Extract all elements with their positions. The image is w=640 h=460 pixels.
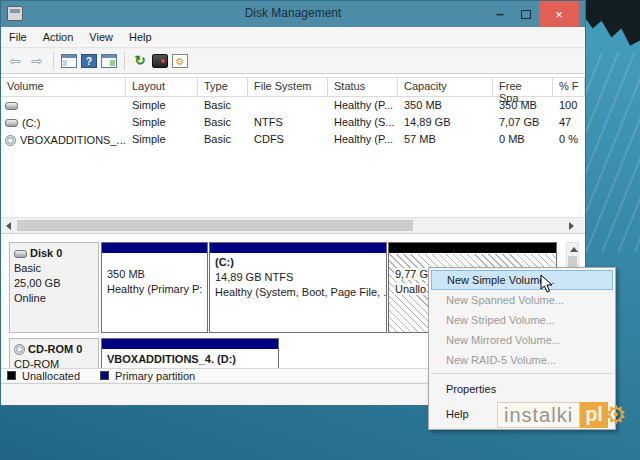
menu-item-properties[interactable]: Properties [429,377,615,401]
back-button[interactable]: ⇦ [6,53,24,69]
primary-partition-bar [210,243,386,254]
partition-c[interactable]: (C:) 14,89 GB NTFS Healthy (System, Boot… [209,242,387,333]
watermark: instalki pl ⚙ [497,402,626,428]
menu-item-new-spanned-volume: New Spanned Volume... [429,290,615,310]
disk0-status: Online [14,291,94,306]
menu-item-new-simple-volume[interactable]: New Simple Volume... [431,270,613,290]
partition-status: Healthy (Primary P: [107,282,207,297]
column-percent-free[interactable]: % F [553,78,585,96]
refresh-button[interactable]: ↻ [132,54,148,68]
scroll-up-icon[interactable] [570,247,578,252]
toolbar-separator [53,52,54,70]
disk0-name: Disk 0 [30,246,62,261]
menu-view[interactable]: View [81,27,121,48]
column-file-system[interactable]: File System [248,78,328,96]
scrollbar-thumb[interactable] [17,220,413,231]
cell-capacity: 14,89 GB [398,114,493,131]
wallpaper-cliff [585,0,640,52]
partition-system-reserved[interactable]: 350 MB Healthy (Primary P: [101,242,208,333]
cell-layout: Simple [126,97,198,114]
scroll-left-icon[interactable] [6,222,11,230]
cdrom0-name: CD-ROM 0 [28,342,82,357]
cell-percent-free: 100 [553,97,585,114]
cd-icon [5,135,16,146]
cell-status: Healthy (P... [328,131,398,148]
drive-icon [5,119,18,127]
scroll-right-icon[interactable] [569,222,574,230]
column-free-space[interactable]: Free Spa... [493,78,553,96]
partition-size: 350 MB [107,267,207,282]
column-layout[interactable]: Layout [126,78,198,96]
cell-free-space: 7,07 GB [493,114,553,131]
maximize-button[interactable] [515,1,537,27]
menu-item-new-striped-volume: New Striped Volume... [429,310,615,330]
cd-icon [14,344,25,355]
cell-file-system [248,97,328,114]
menu-item-new-raid5-volume: New RAID-5 Volume... [429,350,615,370]
menu-help[interactable]: Help [121,27,160,48]
cell-status: Healthy (S... [328,114,398,131]
action-pane-button[interactable] [101,54,117,68]
partition-title: (C:) [215,255,386,270]
cell-free-space: 0 MB [493,131,553,148]
drive-icon [5,102,18,110]
disk0-kind: Basic [14,261,94,276]
partition-status: Healthy (System, Boot, Page File, . [215,285,386,300]
cell-free-space: 350 MB [493,97,553,114]
volume-table-header: Volume Layout Type File System Status Ca… [1,77,585,97]
help-button[interactable]: ? [81,54,97,68]
minimize-button[interactable]: – [489,1,511,27]
cell-type: Basic [198,114,248,131]
menu-item-new-mirrored-volume: New Mirrored Volume... [429,330,615,350]
menu-action[interactable]: Action [35,27,82,48]
legend-unallocated-label: Unallocated [22,370,80,382]
properties-button[interactable] [152,54,168,68]
horizontal-scrollbar[interactable] [1,217,585,232]
cell-percent-free: 47 [553,114,585,131]
cdrom0-label[interactable]: CD-ROM 0 CD-ROM [9,338,99,368]
console-tree-button[interactable] [61,54,77,68]
cell-type: Basic [198,131,248,148]
column-volume[interactable]: Volume [1,78,126,96]
watermark-text: instalki [497,402,580,428]
table-row[interactable]: (C:) Simple Basic NTFS Healthy (S... 14,… [1,114,585,131]
menu-bar: File Action View Help [1,27,585,48]
rescan-disks-button[interactable]: ⚙ [172,54,188,68]
cell-status: Healthy (P... [328,97,398,114]
column-capacity[interactable]: Capacity [398,78,493,96]
cell-layout: Simple [126,131,198,148]
primary-partition-bar [102,339,278,350]
partition-size: 14,89 GB NTFS [215,270,386,285]
partition-size: 9,77 G [394,268,429,280]
volume-list-pane: Volume Layout Type File System Status Ca… [1,74,585,217]
close-button[interactable]: × [539,1,579,27]
menu-file[interactable]: File [1,27,35,48]
desktop-wallpaper: Disk Management – × File Action View Hel… [0,0,640,460]
titlebar[interactable]: Disk Management – × [1,1,585,27]
cell-file-system: NTFS [248,114,328,131]
partition-status: Unallo [394,283,427,295]
toolbar: ⇦ ⇨ ? ↻ ⚙ [1,49,585,74]
toolbar-separator [124,52,125,70]
primary-partition-swatch [100,371,109,380]
table-row[interactable]: Simple Basic Healthy (P... 350 MB 350 MB… [1,97,585,114]
column-type[interactable]: Type [198,78,248,96]
gear-icon: ⚙ [605,402,627,428]
table-row[interactable]: VBOXADDITIONS_... Simple Basic CDFS Heal… [1,131,585,148]
forward-button[interactable]: ⇨ [28,53,46,69]
drive-icon [14,250,27,258]
disk0-size: 25,00 GB [14,276,94,291]
partition-title: VBOXADDITIONS_4. (D:) [107,352,278,367]
watermark-suffix: pl [580,402,608,428]
partition-vboxadditions[interactable]: VBOXADDITIONS_4. (D:) [101,338,279,368]
cdrom0-kind: CD-ROM [14,357,94,368]
cell-capacity: 350 MB [398,97,493,114]
cell-layout: Simple [126,114,198,131]
primary-partition-bar [102,243,207,254]
cell-capacity: 57 MB [398,131,493,148]
menu-separator [431,373,613,374]
disk0-label[interactable]: Disk 0 Basic 25,00 GB Online [9,242,99,333]
unallocated-bar [389,243,556,254]
volume-name: (C:) [22,117,40,129]
column-status[interactable]: Status [328,78,398,96]
